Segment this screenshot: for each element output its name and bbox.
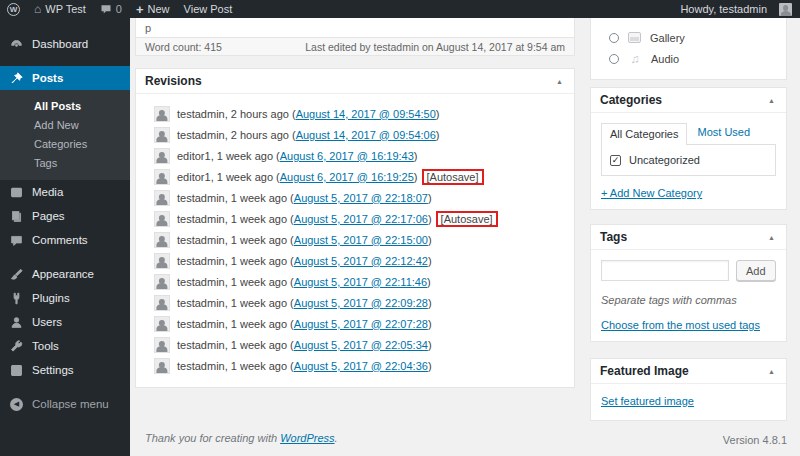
- featured-image-header: Featured Image ▲: [591, 359, 786, 384]
- sidebar-item-media[interactable]: Media: [0, 180, 130, 204]
- categories-checklist: ✓ Uncategorized: [601, 144, 776, 176]
- revision-date-link[interactable]: August 5, 2017 @ 22:12:42: [294, 255, 428, 267]
- revision-row: testadmin, 1 week ago ( August 5, 2017 @…: [136, 334, 574, 355]
- wp-logo-menu[interactable]: W: [0, 0, 27, 18]
- revision-row: testadmin, 1 week ago ( August 5, 2017 @…: [136, 208, 574, 229]
- avatar: [154, 316, 170, 332]
- revision-date-link[interactable]: August 5, 2017 @ 22:17:06: [294, 213, 428, 225]
- choose-most-used-tags-link[interactable]: Choose from the most used tags: [601, 319, 760, 331]
- collapse-toggle-icon[interactable]: ▲: [766, 95, 777, 106]
- word-count: Word count: 415: [145, 41, 222, 53]
- avatar: [154, 211, 170, 227]
- category-label: Uncategorized: [629, 154, 700, 166]
- revision-close-paren: ): [428, 339, 432, 351]
- sidebar-item-comments[interactable]: Comments: [0, 228, 130, 252]
- revision-row: testadmin, 1 week ago ( August 5, 2017 @…: [136, 313, 574, 334]
- radio-button[interactable]: [609, 54, 619, 64]
- home-icon: ⌂: [34, 3, 41, 15]
- revision-row: testadmin, 2 hours ago ( August 14, 2017…: [136, 124, 574, 145]
- tags-title: Tags: [600, 230, 627, 244]
- editor-element-path[interactable]: p: [136, 18, 574, 37]
- revision-date-link[interactable]: August 5, 2017 @ 22:11:46: [294, 276, 427, 288]
- revision-date-link[interactable]: August 5, 2017 @ 22:18:07: [294, 192, 428, 204]
- sidebar-item-label: Users: [32, 316, 62, 328]
- gallery-icon: [628, 32, 641, 43]
- revision-meta: testadmin, 1 week ago (: [177, 255, 294, 267]
- collapse-toggle-icon[interactable]: ▲: [554, 76, 565, 87]
- collapse-menu-button[interactable]: ◀ Collapse menu: [0, 392, 130, 416]
- sidebar-item-settings[interactable]: Settings: [0, 358, 130, 382]
- revision-date-link[interactable]: August 14, 2017 @ 09:54:06: [296, 129, 436, 141]
- revision-meta: testadmin, 1 week ago (: [177, 234, 294, 246]
- sidebar-item-dashboard[interactable]: Dashboard: [0, 32, 130, 56]
- new-content-menu[interactable]: + New: [129, 0, 177, 18]
- sidebar-item-categories[interactable]: Categories: [0, 134, 130, 153]
- sidebar-item-tags[interactable]: Tags: [0, 153, 130, 172]
- my-account-menu[interactable]: Howdy, testadmin: [673, 0, 774, 18]
- collapse-toggle-icon[interactable]: ▲: [766, 232, 777, 243]
- featured-image-panel: Featured Image ▲ Set featured image: [590, 358, 787, 421]
- revision-date-link[interactable]: August 5, 2017 @ 22:05:34: [294, 339, 428, 351]
- revision-date-link[interactable]: August 14, 2017 @ 09:54:50: [296, 108, 436, 120]
- view-post-link[interactable]: View Post: [177, 0, 240, 18]
- editor-statusbar-box: p Word count: 415 Last edited by testadm…: [135, 18, 575, 56]
- revision-date-link[interactable]: August 6, 2017 @ 16:19:25: [280, 171, 414, 183]
- comments-menu[interactable]: 0: [93, 0, 129, 18]
- wordpress-link[interactable]: WordPress: [280, 432, 334, 444]
- collapse-toggle-icon[interactable]: ▲: [766, 366, 777, 377]
- menu-separator: [0, 252, 130, 262]
- menu-separator: [0, 382, 130, 392]
- checkbox-checked[interactable]: ✓: [610, 155, 621, 166]
- revision-meta: testadmin, 1 week ago (: [177, 339, 294, 351]
- revision-row: testadmin, 1 week ago ( August 5, 2017 @…: [136, 271, 574, 292]
- revision-date-link[interactable]: August 5, 2017 @ 22:07:28: [294, 318, 428, 330]
- new-label: New: [148, 3, 170, 15]
- sidebar-item-add-new[interactable]: Add New: [0, 115, 130, 134]
- category-item: ✓ Uncategorized: [610, 154, 767, 166]
- add-new-category-link[interactable]: + Add New Category: [601, 187, 702, 199]
- revision-meta: editor1, 1 week ago (: [177, 171, 280, 183]
- post-format-panel: Gallery ♫ Audio: [590, 18, 787, 80]
- revision-row: editor1, 1 week ago ( August 6, 2017 @ 1…: [136, 145, 574, 166]
- sidebar-item-all-posts[interactable]: All Posts: [0, 96, 130, 115]
- site-name-menu[interactable]: ⌂ WP Test: [27, 0, 93, 18]
- tab-most-used[interactable]: Most Used: [687, 122, 760, 144]
- revision-meta: testadmin, 1 week ago (: [177, 192, 294, 204]
- submenu-label: All Posts: [34, 100, 81, 112]
- footer-thanks-text: Thank you for creating with: [145, 432, 280, 444]
- sidebar-item-pages[interactable]: Pages: [0, 204, 130, 228]
- tags-hint: Separate tags with commas: [601, 294, 776, 306]
- revision-date-link[interactable]: August 5, 2017 @ 22:15:00: [294, 234, 428, 246]
- collapse-menu-label: Collapse menu: [32, 398, 109, 410]
- tags-input[interactable]: [601, 260, 729, 281]
- add-tag-button[interactable]: Add: [736, 260, 776, 281]
- set-featured-image-link[interactable]: Set featured image: [601, 395, 694, 407]
- avatar[interactable]: [779, 3, 792, 16]
- avatar: [154, 148, 170, 164]
- tab-all-categories[interactable]: All Categories: [601, 123, 687, 145]
- sidebar-item-label: Appearance: [32, 268, 94, 280]
- sidebar-item-appearance[interactable]: Appearance: [0, 262, 130, 286]
- tags-header: Tags ▲: [591, 225, 786, 250]
- wrench-icon: [10, 340, 23, 353]
- revision-close-paren: ): [427, 276, 431, 288]
- revisions-panel: Revisions ▲ testadmin, 2 hours ago ( Aug…: [135, 68, 575, 388]
- editor-status-row: Word count: 415 Last edited by testadmin…: [136, 37, 574, 55]
- revision-close-paren: ): [428, 318, 432, 330]
- sidebar-item-posts[interactable]: Posts: [0, 66, 130, 90]
- revision-date-link[interactable]: August 5, 2017 @ 22:04:36: [294, 360, 428, 372]
- autosave-annotation: [Autosave]: [422, 169, 484, 185]
- sidebar-item-plugins[interactable]: Plugins: [0, 286, 130, 310]
- revision-meta: testadmin, 1 week ago (: [177, 276, 294, 288]
- categories-title: Categories: [600, 93, 662, 107]
- radio-button[interactable]: [609, 33, 619, 43]
- sidebar-item-tools[interactable]: Tools: [0, 334, 130, 358]
- avatar: [154, 190, 170, 206]
- element-path-label: p: [145, 22, 151, 34]
- sidebar-item-users[interactable]: Users: [0, 310, 130, 334]
- tags-panel: Tags ▲ Add Separate tags with commas Cho…: [590, 224, 787, 342]
- revision-date-link[interactable]: August 6, 2017 @ 16:19:43: [280, 150, 414, 162]
- revision-date-link[interactable]: August 5, 2017 @ 22:09:28: [294, 297, 428, 309]
- sidebar-item-label: Pages: [32, 210, 65, 222]
- submenu-label: Categories: [34, 138, 87, 150]
